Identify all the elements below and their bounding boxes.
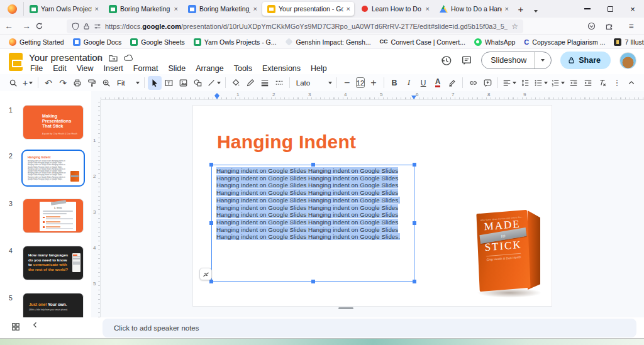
more-options-button[interactable]: ⋮	[610, 76, 624, 90]
resize-handle-s[interactable]	[311, 280, 315, 283]
border-color-button[interactable]	[243, 76, 257, 90]
tab-learn-hanging-indent[interactable]: Learn How to Do Hanging I ×	[355, 2, 433, 16]
vertical-ruler[interactable]: 1 2 3 4 5	[91, 100, 101, 317]
url-bar[interactable]: https://docs.google.com/presentation/d/1…	[67, 19, 523, 33]
undo-button[interactable]: ↶	[42, 76, 55, 90]
menu-edit[interactable]: Edit	[48, 63, 71, 74]
close-tab-icon[interactable]: ×	[426, 5, 430, 13]
insert-shape-button[interactable]	[191, 76, 205, 90]
slide-thumbnail-1[interactable]: Making Presentations That Stick A guide …	[23, 105, 84, 140]
menu-format[interactable]: Format	[129, 63, 163, 74]
decrease-indent-button[interactable]	[567, 76, 580, 90]
bookmark-illustrated-novels[interactable]: 7 Illustrated Novels fo...	[610, 37, 644, 47]
bookmark-copyscape[interactable]: CCopyscape Plagiarism ...	[520, 37, 609, 47]
hide-menus-button[interactable]	[625, 76, 638, 90]
url-text[interactable]: https://docs.google.com/presentation/d/1…	[105, 23, 508, 30]
document-status-cloud-icon[interactable]	[124, 55, 133, 62]
close-tab-icon[interactable]: ×	[174, 5, 178, 13]
maximize-button[interactable]	[599, 0, 621, 18]
align-button[interactable]	[501, 76, 518, 90]
underline-button[interactable]: U	[416, 76, 430, 90]
tab-yarn-owls[interactable]: Yarn Owls Projects - Google ×	[25, 2, 103, 16]
drag-reposition-button[interactable]	[199, 268, 212, 280]
firefox-view-button[interactable]	[5, 2, 24, 16]
app-menu-button[interactable]: ≡	[623, 21, 640, 31]
slideshow-button[interactable]: Slideshow	[481, 52, 552, 69]
slide-thumbnail-4[interactable]: How many languages do you need to know t…	[23, 246, 84, 280]
minimize-button[interactable]	[576, 0, 599, 18]
bulleted-list-button[interactable]	[533, 76, 549, 90]
tab-how-to-hanging-indent[interactable]: How to Do a Hanging Inde ×	[435, 2, 513, 16]
horizontal-ruler[interactable]: 1 2 3 4 5 6 7 8 9	[101, 91, 644, 100]
slide-thumbnail-3[interactable]: 1. Intro	[23, 199, 84, 233]
made-to-stick-book-image[interactable]: Why Some Ideas Survive and Others Die...…	[475, 209, 547, 298]
bookmark-genshin[interactable]: Genshin Impact: Gensh...	[282, 37, 375, 47]
bookmark-star-icon[interactable]: ☆	[511, 22, 518, 31]
italic-button[interactable]: I	[402, 76, 416, 90]
slideshow-label[interactable]: Slideshow	[482, 52, 535, 68]
resize-handle-sw[interactable]	[209, 280, 213, 283]
menu-insert[interactable]: Insert	[99, 63, 128, 74]
increase-indent-button[interactable]	[581, 76, 595, 90]
slide-body-text[interactable]: Hanging indent on Google Slides Hanging …	[216, 167, 409, 241]
forward-button[interactable]: →	[18, 21, 35, 31]
version-history-icon[interactable]	[440, 55, 452, 67]
bold-button[interactable]: B	[387, 76, 401, 90]
pocket-button[interactable]	[587, 22, 605, 30]
close-tab-icon[interactable]: ×	[253, 5, 257, 13]
print-button[interactable]	[70, 76, 84, 90]
insert-link-button[interactable]	[466, 76, 480, 90]
lock-icon[interactable]	[83, 23, 90, 30]
border-dash-button[interactable]	[272, 76, 286, 90]
resize-handle-e[interactable]	[413, 221, 416, 225]
menu-help[interactable]: Help	[306, 63, 331, 74]
resize-handle-nw[interactable]	[209, 163, 213, 167]
textbox-tool-button[interactable]	[162, 76, 176, 90]
resize-handle-w[interactable]	[209, 221, 213, 225]
bookmark-whatsapp[interactable]: WhatsApp	[470, 37, 519, 47]
slide-editing-surface[interactable]: Hanging Indent Hanging indent on Google …	[193, 106, 552, 306]
resize-handle-n[interactable]	[311, 163, 315, 167]
menu-file[interactable]: File	[26, 63, 47, 74]
slide-thumbnail-2-selected[interactable]: Hanging Indent Hanging indent on Google …	[21, 150, 85, 187]
account-avatar[interactable]	[619, 52, 636, 69]
add-comment-button[interactable]	[480, 76, 494, 90]
border-weight-button[interactable]	[258, 76, 272, 90]
comments-icon[interactable]	[461, 55, 472, 66]
menu-arrange[interactable]: Arrange	[191, 63, 228, 74]
font-family-select[interactable]: Lato	[293, 76, 333, 90]
menu-view[interactable]: View	[72, 63, 98, 74]
tab-your-presentation-active[interactable]: Your presentation - Google ×	[262, 2, 354, 16]
bookmark-convert-case[interactable]: CCConvert Case | Convert...	[376, 37, 469, 47]
zoom-button[interactable]	[99, 76, 113, 90]
fill-color-button[interactable]	[229, 76, 243, 90]
paint-format-button[interactable]	[85, 76, 99, 90]
search-menus-button[interactable]	[6, 76, 20, 90]
new-slide-button[interactable]: +	[21, 76, 35, 90]
selected-text-box[interactable]: Hanging indent on Google Slides Hanging …	[211, 165, 414, 282]
menu-slide[interactable]: Slide	[164, 63, 190, 74]
grid-view-button[interactable]	[11, 322, 20, 331]
slideshow-dropdown[interactable]	[535, 52, 551, 68]
bookmark-google-docs[interactable]: Google Docs	[69, 37, 126, 47]
document-title[interactable]: Your presentation	[29, 52, 103, 63]
menu-extensions[interactable]: Extensions	[258, 63, 305, 74]
numbered-list-button[interactable]	[550, 76, 566, 90]
insert-line-button[interactable]	[206, 76, 222, 90]
notes-resize-handle[interactable]	[338, 307, 353, 309]
clear-formatting-button[interactable]	[596, 76, 609, 90]
close-window-button[interactable]: ×	[621, 0, 644, 18]
move-to-folder-icon[interactable]	[109, 54, 118, 62]
indent-marker-right[interactable]	[411, 96, 416, 99]
star-document-icon[interactable]: ☆	[96, 53, 103, 62]
close-tab-icon[interactable]: ×	[347, 5, 350, 13]
font-size-input[interactable]: 12	[356, 77, 365, 88]
resize-handle-ne[interactable]	[413, 163, 416, 167]
select-tool-button[interactable]	[148, 76, 162, 90]
google-slides-logo[interactable]	[9, 53, 23, 71]
redo-button[interactable]: ↷	[56, 76, 70, 90]
line-spacing-button[interactable]	[518, 76, 532, 90]
insert-image-button[interactable]	[177, 76, 191, 90]
close-tab-icon[interactable]: ×	[95, 5, 99, 13]
bookmark-getting-started[interactable]: Getting Started	[5, 37, 68, 47]
